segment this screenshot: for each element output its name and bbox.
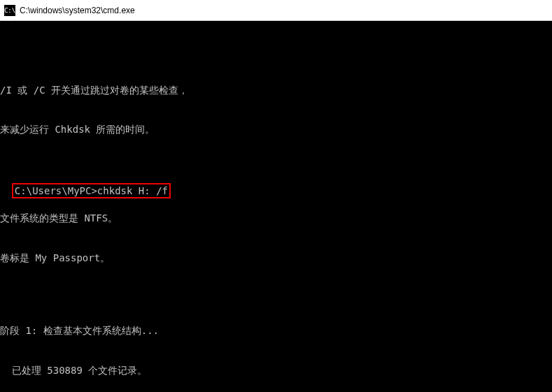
output-line: /I 或 /C 开关通过跳过对卷的某些检查，: [0, 84, 552, 97]
output-line: 已处理 530889 个文件记录。: [0, 364, 552, 377]
window-titlebar[interactable]: C:\ C:\windows\system32\cmd.exe: [0, 0, 552, 21]
output-line: 文件系统的类型是 NTFS。: [0, 212, 552, 225]
output-line: 卷标是 My Passport。: [0, 252, 552, 265]
output-line: 阶段 1: 检查基本文件系统结构...: [0, 324, 552, 337]
cmd-icon: C:\: [4, 5, 15, 16]
command-prompt-highlight: C:\Users\MyPC>chkdsk H: /f: [12, 183, 171, 198]
output-line: 来减少运行 Chkdsk 所需的时间。: [0, 123, 552, 136]
terminal-output[interactable]: /I 或 /C 开关通过跳过对卷的某些检查， 来减少运行 Chkdsk 所需的时…: [0, 21, 552, 392]
window-title: C:\windows\system32\cmd.exe: [20, 6, 135, 15]
